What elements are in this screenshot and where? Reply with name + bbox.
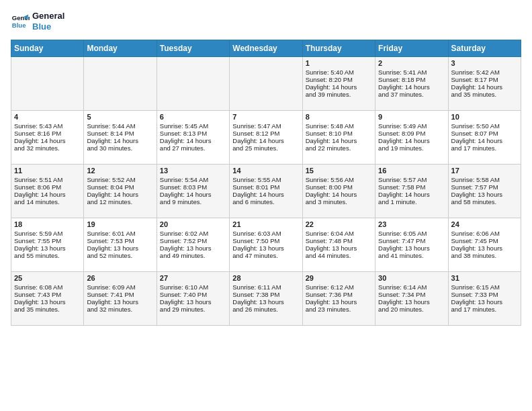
cell-content-line: Sunrise: 5:51 AM	[14, 176, 81, 183]
calendar-week-row: 11Sunrise: 5:51 AMSunset: 8:06 PMDayligh…	[11, 165, 521, 218]
logo: General Blue General Blue	[11, 11, 64, 32]
cell-content-line: Sunrise: 5:54 AM	[160, 176, 226, 183]
cell-content-line: Sunrise: 5:48 AM	[306, 122, 372, 130]
cell-content-line: Sunrise: 5:42 AM	[451, 68, 518, 76]
cell-content-line: Daylight: 13 hours	[451, 298, 518, 306]
calendar-cell: 31Sunrise: 6:15 AMSunset: 7:33 PMDayligh…	[448, 272, 521, 326]
cell-content-line: Sunset: 7:58 PM	[378, 183, 445, 191]
cell-content-line: and 39 minutes.	[306, 91, 372, 98]
cell-content-line: Daylight: 13 hours	[306, 298, 372, 306]
cell-content-line: Sunset: 8:12 PM	[232, 130, 299, 137]
cell-content-line: Sunrise: 5:56 AM	[306, 176, 372, 183]
cell-content-line: and 49 minutes.	[160, 252, 226, 259]
cell-content-line: Sunrise: 5:58 AM	[451, 176, 518, 183]
calendar-cell: 27Sunrise: 6:10 AMSunset: 7:40 PMDayligh…	[157, 272, 229, 326]
calendar-cell: 6Sunrise: 5:45 AMSunset: 8:13 PMDaylight…	[157, 111, 229, 165]
cell-content-line: Sunset: 8:14 PM	[87, 130, 153, 137]
cell-content-line: Sunset: 8:09 PM	[378, 130, 445, 137]
cell-content-line: Daylight: 14 hours	[451, 137, 518, 144]
cell-content-line: Daylight: 13 hours	[87, 244, 153, 252]
logo-text: General Blue	[32, 11, 64, 32]
cell-content-line: Sunrise: 6:12 AM	[306, 283, 372, 291]
cell-content-line: Sunset: 7:47 PM	[378, 237, 445, 244]
cell-content-line: Sunrise: 5:44 AM	[87, 122, 153, 130]
header-cell-saturday: Saturday	[448, 40, 521, 57]
cell-content-line: and 1 minute.	[378, 198, 445, 205]
cell-content-line: Sunset: 7:53 PM	[87, 237, 153, 244]
header-cell-friday: Friday	[375, 40, 448, 57]
cell-content-line: Sunrise: 6:10 AM	[160, 283, 226, 291]
cell-content-line: and 3 minutes.	[306, 198, 372, 205]
calendar-cell	[157, 57, 229, 111]
cell-content-line: Sunrise: 5:55 AM	[232, 176, 299, 183]
cell-content-line: and 35 minutes.	[14, 306, 81, 313]
calendar-week-row: 1Sunrise: 5:40 AMSunset: 8:20 PMDaylight…	[11, 57, 521, 111]
day-number: 20	[160, 220, 226, 228]
calendar-cell: 2Sunrise: 5:41 AMSunset: 8:18 PMDaylight…	[375, 57, 448, 111]
calendar-cell: 5Sunrise: 5:44 AMSunset: 8:14 PMDaylight…	[84, 111, 157, 165]
day-number: 3	[451, 59, 518, 67]
header-cell-thursday: Thursday	[302, 40, 375, 57]
cell-content-line: Daylight: 13 hours	[87, 298, 153, 306]
cell-content-line: and 58 minutes.	[451, 198, 518, 205]
cell-content-line: and 32 minutes.	[14, 144, 81, 152]
calendar-cell: 28Sunrise: 6:11 AMSunset: 7:38 PMDayligh…	[230, 272, 302, 326]
svg-text:Blue: Blue	[12, 21, 26, 28]
calendar-cell	[230, 57, 302, 111]
calendar-cell	[84, 57, 157, 111]
cell-content-line: Sunset: 8:01 PM	[232, 183, 299, 191]
cell-content-line: Daylight: 14 hours	[87, 191, 153, 198]
day-number: 12	[87, 167, 153, 175]
cell-content-line: Sunset: 8:10 PM	[306, 130, 372, 137]
header-row: SundayMondayTuesdayWednesdayThursdayFrid…	[11, 40, 521, 57]
cell-content-line: Daylight: 14 hours	[87, 137, 153, 144]
cell-content-line: Sunset: 7:50 PM	[232, 237, 299, 244]
cell-content-line: Sunrise: 5:52 AM	[87, 176, 153, 183]
calendar-cell: 29Sunrise: 6:12 AMSunset: 7:36 PMDayligh…	[302, 272, 375, 326]
cell-content-line: and 32 minutes.	[87, 306, 153, 313]
cell-content-line: Daylight: 14 hours	[14, 137, 81, 144]
cell-content-line: Sunset: 7:57 PM	[451, 183, 518, 191]
calendar-cell: 9Sunrise: 5:49 AMSunset: 8:09 PMDaylight…	[375, 111, 448, 165]
cell-content-line: Daylight: 14 hours	[160, 191, 226, 198]
cell-content-line: Daylight: 14 hours	[160, 137, 226, 144]
calendar-cell: 24Sunrise: 6:06 AMSunset: 7:45 PMDayligh…	[448, 218, 521, 272]
cell-content-line: and 29 minutes.	[160, 306, 226, 313]
cell-content-line: Sunrise: 5:57 AM	[378, 176, 445, 183]
cell-content-line: Sunset: 8:00 PM	[306, 183, 372, 191]
cell-content-line: Sunset: 7:52 PM	[160, 237, 226, 244]
cell-content-line: Daylight: 14 hours	[306, 191, 372, 198]
calendar-cell: 16Sunrise: 5:57 AMSunset: 7:58 PMDayligh…	[375, 165, 448, 218]
cell-content-line: Sunset: 7:55 PM	[14, 237, 81, 244]
cell-content-line: Daylight: 13 hours	[306, 244, 372, 252]
calendar-cell: 10Sunrise: 5:50 AMSunset: 8:07 PMDayligh…	[448, 111, 521, 165]
cell-content-line: and 17 minutes.	[451, 144, 518, 152]
cell-content-line: Sunset: 7:45 PM	[451, 237, 518, 244]
cell-content-line: Sunrise: 6:09 AM	[87, 283, 153, 291]
day-number: 17	[451, 167, 518, 175]
cell-content-line: Sunrise: 5:40 AM	[306, 68, 372, 76]
cell-content-line: Sunrise: 5:49 AM	[378, 122, 445, 130]
day-number: 18	[14, 220, 81, 228]
cell-content-line: and 9 minutes.	[160, 198, 226, 205]
cell-content-line: and 14 minutes.	[14, 198, 81, 205]
page-header: General Blue General Blue	[11, 11, 521, 32]
calendar-cell: 14Sunrise: 5:55 AMSunset: 8:01 PMDayligh…	[230, 165, 302, 218]
calendar-cell: 26Sunrise: 6:09 AMSunset: 7:41 PMDayligh…	[84, 272, 157, 326]
cell-content-line: Sunset: 7:48 PM	[306, 237, 372, 244]
logo-icon: General Blue	[11, 12, 30, 31]
cell-content-line: Sunset: 8:07 PM	[451, 130, 518, 137]
cell-content-line: Sunrise: 5:50 AM	[451, 122, 518, 130]
calendar-cell: 23Sunrise: 6:05 AMSunset: 7:47 PMDayligh…	[375, 218, 448, 272]
cell-content-line: Sunrise: 5:47 AM	[232, 122, 299, 130]
calendar-cell: 18Sunrise: 5:59 AMSunset: 7:55 PMDayligh…	[11, 218, 84, 272]
calendar-cell: 20Sunrise: 6:02 AMSunset: 7:52 PMDayligh…	[157, 218, 229, 272]
cell-content-line: Daylight: 13 hours	[14, 298, 81, 306]
cell-content-line: Sunrise: 6:02 AM	[160, 230, 226, 237]
cell-content-line: Daylight: 14 hours	[378, 137, 445, 144]
cell-content-line: Sunset: 8:04 PM	[87, 183, 153, 191]
calendar-week-row: 4Sunrise: 5:43 AMSunset: 8:16 PMDaylight…	[11, 111, 521, 165]
calendar-cell: 13Sunrise: 5:54 AMSunset: 8:03 PMDayligh…	[157, 165, 229, 218]
calendar-cell: 7Sunrise: 5:47 AMSunset: 8:12 PMDaylight…	[230, 111, 302, 165]
cell-content-line: Daylight: 14 hours	[378, 191, 445, 198]
